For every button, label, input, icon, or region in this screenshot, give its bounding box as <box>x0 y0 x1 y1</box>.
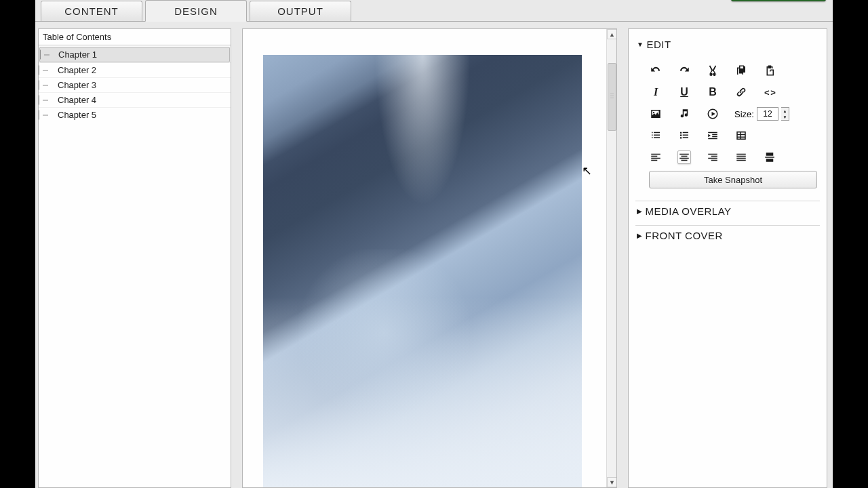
align-left-icon[interactable] <box>649 150 663 164</box>
design-canvas[interactable] <box>263 55 582 487</box>
section-title: FRONT COVER <box>646 230 723 241</box>
redo-icon[interactable] <box>677 64 691 77</box>
spinner-down-icon[interactable]: ▼ <box>781 114 789 120</box>
preview-panel: ↖ ▲ ▼ <box>242 28 617 488</box>
align-justify-icon[interactable] <box>734 150 748 164</box>
code-button[interactable]: < > <box>763 85 776 99</box>
tab-content[interactable]: CONTENT <box>41 1 142 21</box>
video-icon[interactable] <box>706 107 719 121</box>
align-right-icon[interactable] <box>706 150 719 164</box>
audio-icon[interactable] <box>677 107 691 121</box>
section-edit-header[interactable]: ▼ EDIT <box>635 35 820 54</box>
tree-connector-icon <box>44 54 50 55</box>
scroll-thumb[interactable] <box>608 63 616 131</box>
toc-heading: Table of Contents <box>39 29 231 45</box>
page-break-icon[interactable] <box>763 150 776 164</box>
font-size-control: Size: 12 ▲▼ <box>734 107 789 121</box>
indent-icon[interactable] <box>706 129 719 142</box>
toc-item[interactable]: Chapter 2 <box>39 62 231 77</box>
take-snapshot-button[interactable]: Take Snapshot <box>649 171 817 188</box>
tab-design[interactable]: DESIGN <box>145 0 247 22</box>
chevron-right-icon: ▶ <box>637 232 643 239</box>
link-icon[interactable] <box>734 85 748 99</box>
pillarbox-left <box>0 0 35 488</box>
tree-connector-icon <box>43 85 48 85</box>
side-panel: ▼ EDIT I U B <box>628 28 827 488</box>
size-spinner[interactable]: ▲▼ <box>781 107 789 121</box>
size-input[interactable]: 12 <box>757 107 778 121</box>
section-edit: ▼ EDIT I U B <box>635 35 820 197</box>
tree-connector-icon <box>43 115 48 115</box>
toc-item[interactable]: Chapter 1 <box>39 47 230 62</box>
copy-icon[interactable] <box>734 64 748 77</box>
body: Table of Contents Chapter 1 Chapter 2 Ch… <box>35 28 833 488</box>
toc-item-label: Chapter 5 <box>58 110 96 120</box>
tree-connector-icon <box>43 100 48 100</box>
paste-icon[interactable] <box>763 64 776 77</box>
edit-tools: I U B < > Size: 12 ▲▼ <box>635 54 820 197</box>
preview-scrollbar[interactable]: ▲ ▼ <box>606 29 616 487</box>
scroll-down-icon[interactable]: ▼ <box>607 477 617 487</box>
toc-item-label: Chapter 1 <box>58 49 97 60</box>
tab-strip: CONTENT DESIGN OUTPUT <box>35 0 833 22</box>
toc-item-label: Chapter 2 <box>58 65 96 75</box>
app: CONTENT DESIGN OUTPUT Table of Contents … <box>35 0 833 488</box>
align-center-icon[interactable] <box>677 150 691 164</box>
build-button[interactable] <box>731 0 826 1</box>
section-front-cover: ▶ FRONT COVER <box>635 225 820 245</box>
toc-panel: Table of Contents Chapter 1 Chapter 2 Ch… <box>38 28 231 488</box>
toc-tree: Chapter 1 Chapter 2 Chapter 3 Chapter 4 … <box>39 45 231 123</box>
size-label: Size: <box>734 109 754 119</box>
chevron-down-icon: ▼ <box>637 41 644 48</box>
pillarbox-right <box>833 0 868 488</box>
section-media-overlay-header[interactable]: ▶ MEDIA OVERLAY <box>635 201 820 221</box>
ordered-list-icon[interactable] <box>649 129 663 142</box>
chevron-right-icon: ▶ <box>637 207 643 215</box>
tree-connector-icon <box>43 70 48 70</box>
undo-icon[interactable] <box>649 64 663 77</box>
section-front-cover-header[interactable]: ▶ FRONT COVER <box>635 225 820 245</box>
table-icon[interactable] <box>734 129 748 142</box>
underline-button[interactable]: U <box>677 85 691 99</box>
bullet-list-icon[interactable] <box>677 129 691 142</box>
tab-output[interactable]: OUTPUT <box>250 1 351 21</box>
section-media-overlay: ▶ MEDIA OVERLAY <box>635 201 820 221</box>
toc-item[interactable]: Chapter 3 <box>39 77 231 92</box>
bold-button[interactable]: B <box>706 85 719 99</box>
spinner-up-icon[interactable]: ▲ <box>781 108 789 114</box>
scroll-up-icon[interactable]: ▲ <box>607 29 617 39</box>
section-title: EDIT <box>646 39 671 50</box>
toc-item[interactable]: Chapter 4 <box>39 92 231 107</box>
toc-item-label: Chapter 4 <box>58 95 96 105</box>
cut-icon[interactable] <box>706 64 719 77</box>
toc-item-label: Chapter 3 <box>58 80 96 90</box>
mouse-cursor-icon: ↖ <box>582 163 592 178</box>
toc-item[interactable]: Chapter 5 <box>39 107 231 122</box>
italic-button[interactable]: I <box>649 85 663 99</box>
section-title: MEDIA OVERLAY <box>646 205 732 217</box>
image-icon[interactable] <box>649 107 663 121</box>
